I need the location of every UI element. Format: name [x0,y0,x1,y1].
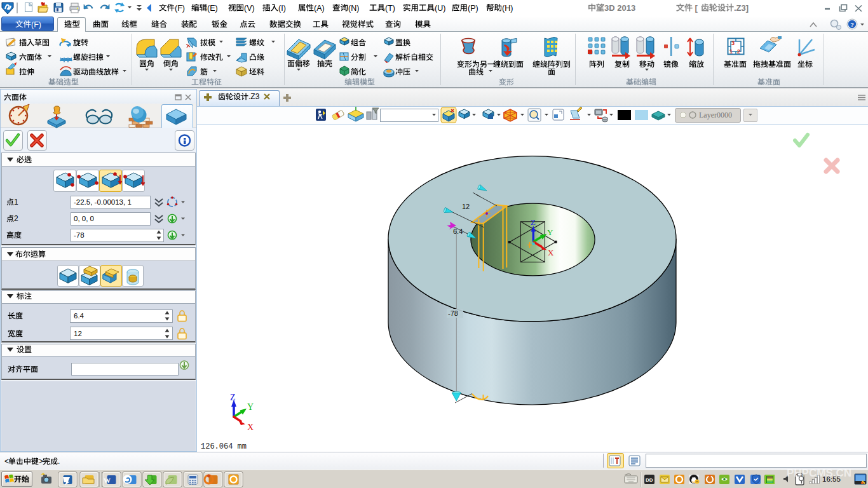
svg-text:3D 2013: 3D 2013 [604,3,635,13]
svg-text:-78: -78 [448,309,458,317]
svg-text:126.064 mm: 126.064 mm [201,442,247,451]
svg-text:(H): (H) [502,4,513,13]
svg-text:-22.5, -0.00013, 1: -22.5, -0.00013, 1 [74,198,132,206]
svg-text:0, 0, 0: 0, 0, 0 [74,215,94,222]
svg-text:(E): (E) [207,4,218,13]
svg-text:12: 12 [74,330,82,337]
svg-text:(T): (T) [385,4,395,13]
svg-text:(F): (F) [31,20,41,29]
svg-text:12: 12 [462,203,470,210]
svg-text:[: [ [693,3,698,13]
svg-text:6.4: 6.4 [74,312,85,320]
svg-text:(A): (A) [314,4,325,13]
svg-text:(V): (V) [244,4,255,13]
svg-text:-78: -78 [74,231,85,239]
svg-text:Layer0000: Layer0000 [699,111,732,119]
svg-text:2: 2 [14,214,18,223]
svg-text:.: . [58,457,60,466]
svg-text:<: < [4,457,9,466]
svg-text:(F): (F) [175,4,185,13]
svg-text:.Z3]: .Z3] [734,3,749,13]
svg-text:(I): (I) [278,4,286,13]
svg-text:.Z3: .Z3 [248,92,260,101]
svg-text:(N): (N) [348,4,359,13]
svg-text:>: > [39,457,43,466]
svg-text:6.4: 6.4 [453,227,463,235]
svg-text:(P): (P) [468,4,478,13]
svg-text:1: 1 [14,198,18,207]
svg-text:(U): (U) [435,4,445,13]
svg-text:PHPCMS.CN: PHPCMS.CN [787,467,851,479]
